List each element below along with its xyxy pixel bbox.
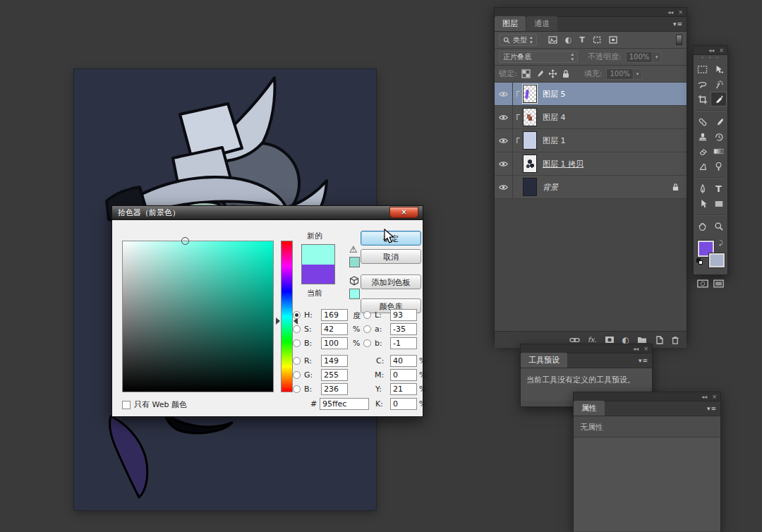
magic-wand-tool[interactable] — [710, 77, 727, 92]
gamut-warning-icon[interactable]: ⚠ — [349, 245, 358, 254]
panel-menu-icon[interactable]: ▾≡ — [707, 405, 717, 412]
s-radio[interactable] — [293, 325, 301, 333]
layer-name[interactable]: 背景 — [543, 182, 558, 193]
c-input[interactable] — [390, 355, 417, 367]
shape-tool[interactable] — [710, 196, 727, 211]
r-radio[interactable] — [293, 357, 301, 365]
new-group-folder-icon[interactable] — [637, 336, 647, 344]
cancel-button[interactable]: 取消 — [361, 249, 421, 264]
background-color-swatch[interactable] — [709, 253, 725, 267]
blend-mode-dropdown[interactable]: 正片叠底 ▴▾ — [499, 51, 578, 63]
history-brush-tool[interactable] — [710, 129, 727, 144]
web-safe-cube-icon[interactable] — [349, 276, 359, 286]
layer-styles-fx-icon[interactable]: fx. — [588, 336, 597, 344]
crop-tool[interactable] — [694, 92, 710, 107]
tab-channels[interactable]: 通道 — [526, 16, 557, 31]
smudge-tool[interactable] — [694, 159, 710, 174]
layer-row-background[interactable]: 背景 — [495, 176, 687, 199]
path-selection-tool[interactable] — [694, 196, 710, 211]
layer-row-4[interactable]: Γ 图层 4 — [495, 106, 687, 129]
hex-input[interactable] — [320, 398, 369, 410]
l-radio[interactable] — [363, 311, 371, 319]
close-icon[interactable]: × — [678, 8, 683, 17]
y-input[interactable] — [390, 383, 417, 395]
layer-thumbnail[interactable] — [523, 108, 537, 126]
gradient-tool[interactable] — [710, 144, 727, 159]
hand-tool[interactable] — [694, 219, 710, 234]
pen-tool[interactable] — [694, 181, 710, 196]
l-input[interactable] — [390, 309, 417, 321]
layer-row-5[interactable]: Γ 图层 5 — [495, 83, 687, 106]
s-input[interactable] — [321, 323, 348, 335]
filter-toggle[interactable] — [676, 35, 682, 45]
web-safe-color-chip[interactable] — [349, 289, 360, 299]
layer-thumbnail[interactable] — [523, 155, 537, 173]
close-icon[interactable]: × — [719, 46, 724, 55]
filter-shape-icon[interactable] — [593, 36, 601, 44]
m-input[interactable] — [390, 369, 417, 381]
a-input[interactable] — [390, 323, 417, 335]
r-input[interactable] — [321, 355, 348, 367]
gamut-color-chip[interactable] — [349, 257, 360, 267]
quick-mask-mode-button[interactable] — [694, 276, 710, 291]
swap-colors-icon[interactable]: ⤸ — [719, 239, 722, 247]
fill-dropdown-icon[interactable]: ▾ — [634, 68, 642, 80]
filter-pixel-layers-icon[interactable] — [548, 36, 557, 44]
saturation-brightness-field[interactable] — [122, 241, 274, 392]
filter-smart-object-icon[interactable] — [609, 36, 617, 44]
h-radio[interactable] — [293, 311, 301, 319]
close-icon[interactable]: × — [712, 392, 717, 401]
layer-name[interactable]: 图层 1 — [543, 135, 566, 146]
hue-slider[interactable] — [281, 241, 293, 392]
panel-menu-icon[interactable]: ▾≡ — [673, 20, 683, 28]
collapse-icon[interactable]: ◂◂ — [701, 392, 707, 401]
color-field-marker[interactable] — [181, 237, 189, 245]
dialog-title[interactable]: 拾色器（前景色） — [112, 206, 423, 220]
eyedropper-tool[interactable] — [710, 92, 727, 107]
b2-input[interactable] — [321, 383, 348, 395]
h-input[interactable] — [321, 309, 348, 321]
screen-mode-button[interactable] — [710, 276, 727, 291]
layer-row-1-copy[interactable]: 图层 1 拷贝 — [495, 152, 687, 176]
collapse-icon[interactable]: ◂◂ — [708, 46, 714, 55]
g-radio[interactable] — [293, 371, 301, 379]
panel-drag-grip[interactable]: • • • — [694, 55, 727, 61]
layer-thumbnail[interactable] — [523, 178, 537, 196]
tab-tool-presets[interactable]: 工具预设 — [521, 353, 567, 368]
layer-name[interactable]: 图层 4 — [543, 112, 566, 123]
brush-tool[interactable] — [710, 114, 727, 129]
lock-pixels-brush-icon[interactable] — [535, 69, 544, 78]
move-tool[interactable] — [710, 62, 727, 77]
add-layer-mask-icon[interactable] — [605, 336, 615, 344]
type-tool[interactable]: T — [710, 181, 727, 196]
filter-type-icon[interactable]: T — [579, 35, 585, 44]
lock-transparency-icon[interactable] — [521, 69, 531, 78]
lock-position-icon[interactable] — [548, 69, 557, 78]
opacity-dropdown-icon[interactable]: ▾ — [653, 52, 661, 63]
fill-value[interactable]: 100% — [606, 68, 634, 80]
lock-all-icon[interactable] — [562, 69, 570, 78]
layer-name[interactable]: 图层 5 — [543, 89, 566, 99]
eraser-tool[interactable] — [694, 144, 710, 159]
add-to-swatches-button[interactable]: 添加到色板 — [361, 274, 421, 289]
b-radio[interactable] — [293, 339, 301, 347]
tab-layers[interactable]: 图层 — [495, 16, 526, 31]
g-input[interactable] — [321, 369, 348, 381]
b-input[interactable] — [321, 337, 348, 349]
lab-b-input[interactable] — [390, 337, 417, 349]
healing-brush-tool[interactable] — [694, 114, 710, 129]
filter-kind-dropdown[interactable]: 类型 ▴▾ — [499, 34, 537, 46]
collapse-icon[interactable]: ◂◂ — [667, 8, 673, 17]
link-layers-icon[interactable] — [569, 337, 580, 344]
dialog-close-button[interactable]: × — [389, 207, 418, 218]
opacity-value[interactable]: 100% — [626, 52, 653, 63]
a-radio[interactable] — [363, 325, 371, 333]
hue-slider-left-arrow[interactable] — [276, 318, 280, 325]
collapse-icon[interactable]: ◂◂ — [633, 344, 639, 353]
new-layer-icon[interactable] — [655, 336, 663, 344]
close-icon[interactable]: × — [643, 344, 648, 353]
default-colors-icon[interactable] — [696, 258, 703, 265]
lab-b-radio[interactable] — [363, 339, 371, 347]
b2-radio[interactable] — [293, 385, 301, 393]
lasso-tool[interactable] — [694, 77, 710, 92]
